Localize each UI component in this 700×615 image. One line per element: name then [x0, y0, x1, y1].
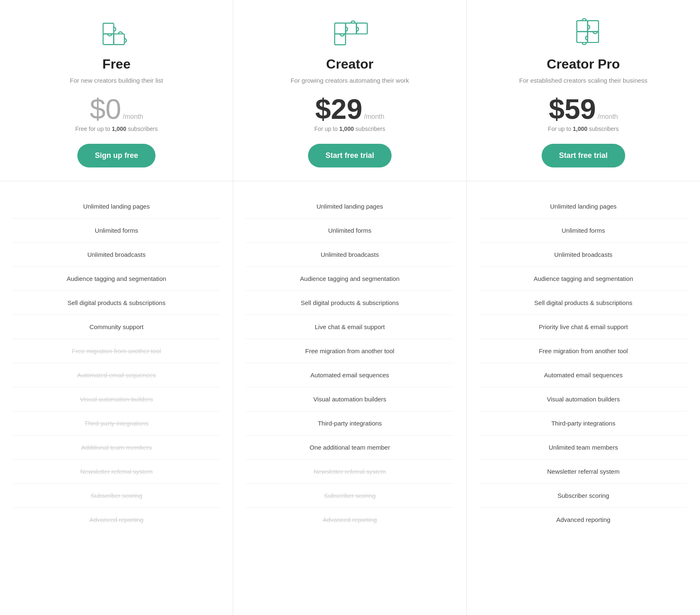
- free-feature-13: Advanced reporting: [12, 508, 220, 531]
- creator-feature-10: One additional team member: [246, 435, 454, 460]
- free-feature-8: Visual automation builders: [12, 387, 220, 411]
- creator-price: $29: [315, 95, 362, 123]
- free-icon: [100, 17, 133, 50]
- free-name: Free: [102, 57, 131, 72]
- creator-cta-button[interactable]: Start free trial: [308, 144, 392, 167]
- creator-pro-price-container: $59/month: [549, 95, 618, 123]
- creator-pro-cta-button[interactable]: Start free trial: [542, 144, 625, 167]
- creator-pro-features-list: Unlimited landing pagesUnlimited formsUn…: [479, 194, 688, 531]
- creator-pro-name: Creator Pro: [547, 57, 620, 72]
- creator-pro-feature-7: Automated email sequences: [479, 363, 688, 387]
- pricing-table: FreeFor new creators building their list…: [0, 0, 700, 615]
- creator-pro-feature-2: Unlimited broadcasts: [479, 243, 688, 267]
- free-feature-12: Subscriber scoring: [12, 484, 220, 508]
- creator-features-list: Unlimited landing pagesUnlimited formsUn…: [246, 194, 454, 531]
- creator-pro-divider: [467, 181, 700, 181]
- free-feature-7: Automated email sequences: [12, 363, 220, 387]
- creator-pro-description: For established creators scaling their b…: [519, 76, 647, 85]
- creator-feature-13: Advanced reporting: [246, 508, 454, 531]
- creator-subscribers: For up to 1,000 subscribers: [314, 125, 385, 132]
- creator-feature-5: Live chat & email support: [246, 315, 454, 339]
- creator-feature-11: Newsletter referral system: [246, 460, 454, 484]
- creator-feature-2: Unlimited broadcasts: [246, 243, 454, 267]
- free-divider: [0, 181, 233, 181]
- free-feature-0: Unlimited landing pages: [12, 194, 220, 219]
- svg-rect-7: [577, 21, 588, 32]
- free-features-list: Unlimited landing pagesUnlimited formsUn…: [12, 194, 220, 531]
- creator-divider: [233, 181, 466, 181]
- creator-pro-feature-5: Priority live chat & email support: [479, 315, 688, 339]
- free-feature-5: Community support: [12, 315, 220, 339]
- free-feature-10: Additional team members: [12, 435, 220, 460]
- creator-pro-price: $59: [549, 95, 596, 123]
- creator-price-container: $29/month: [315, 95, 384, 123]
- free-feature-11: Newsletter referral system: [12, 460, 220, 484]
- creator-name: Creator: [326, 57, 374, 72]
- creator-feature-6: Free migration from another tool: [246, 339, 454, 363]
- creator-icon: [333, 17, 366, 50]
- creator-feature-8: Visual automation builders: [246, 387, 454, 411]
- free-feature-9: Third-party integrations: [12, 411, 220, 435]
- creator-pro-feature-6: Free migration from another tool: [479, 339, 688, 363]
- creator-pro-feature-11: Newsletter referral system: [479, 460, 688, 484]
- free-feature-6: Free migration from another tool: [12, 339, 220, 363]
- free-feature-2: Unlimited broadcasts: [12, 243, 220, 267]
- creator-pro-feature-12: Subscriber scoring: [479, 484, 688, 508]
- free-feature-3: Audience tagging and segmentation: [12, 267, 220, 291]
- creator-feature-4: Sell digital products & subscriptions: [246, 291, 454, 315]
- free-price: $0: [90, 95, 121, 123]
- plan-column-free: FreeFor new creators building their list…: [0, 0, 233, 615]
- creator-pro-feature-4: Sell digital products & subscriptions: [479, 291, 688, 315]
- free-price-container: $0/month: [90, 95, 143, 123]
- creator-pro-feature-1: Unlimited forms: [479, 219, 688, 243]
- creator-feature-12: Subscriber scoring: [246, 484, 454, 508]
- svg-rect-0: [103, 23, 114, 34]
- creator-feature-9: Third-party integrations: [246, 411, 454, 435]
- free-period: /month: [123, 113, 143, 121]
- plan-column-creator: CreatorFor growing creators automating t…: [233, 0, 466, 615]
- creator-description: For growing creators automating their wo…: [291, 76, 409, 85]
- free-description: For new creators building their list: [70, 76, 163, 85]
- creator-pro-period: /month: [598, 113, 618, 121]
- free-feature-1: Unlimited forms: [12, 219, 220, 243]
- free-cta-button[interactable]: Sign up free: [77, 144, 155, 167]
- creator-pro-feature-3: Audience tagging and segmentation: [479, 267, 688, 291]
- free-subscribers: Free for up to 1,000 subscribers: [75, 125, 158, 132]
- free-feature-4: Sell digital products & subscriptions: [12, 291, 220, 315]
- creator-feature-3: Audience tagging and segmentation: [246, 267, 454, 291]
- creator-pro-feature-9: Third-party integrations: [479, 411, 688, 435]
- creator-feature-1: Unlimited forms: [246, 219, 454, 243]
- creator-feature-7: Automated email sequences: [246, 363, 454, 387]
- svg-rect-3: [335, 23, 346, 34]
- creator-pro-feature-10: Unlimited team members: [479, 435, 688, 460]
- plan-column-creator-pro: Creator ProFor established creators scal…: [467, 0, 700, 615]
- creator-feature-0: Unlimited landing pages: [246, 194, 454, 219]
- creator-pro-feature-13: Advanced reporting: [479, 508, 688, 531]
- creator-pro-feature-0: Unlimited landing pages: [479, 194, 688, 219]
- creator-pro-subscribers: For up to 1,000 subscribers: [548, 125, 619, 132]
- creator-period: /month: [364, 113, 385, 121]
- svg-rect-2: [114, 34, 125, 45]
- creator-pro-icon: [567, 17, 600, 50]
- creator-pro-feature-8: Visual automation builders: [479, 387, 688, 411]
